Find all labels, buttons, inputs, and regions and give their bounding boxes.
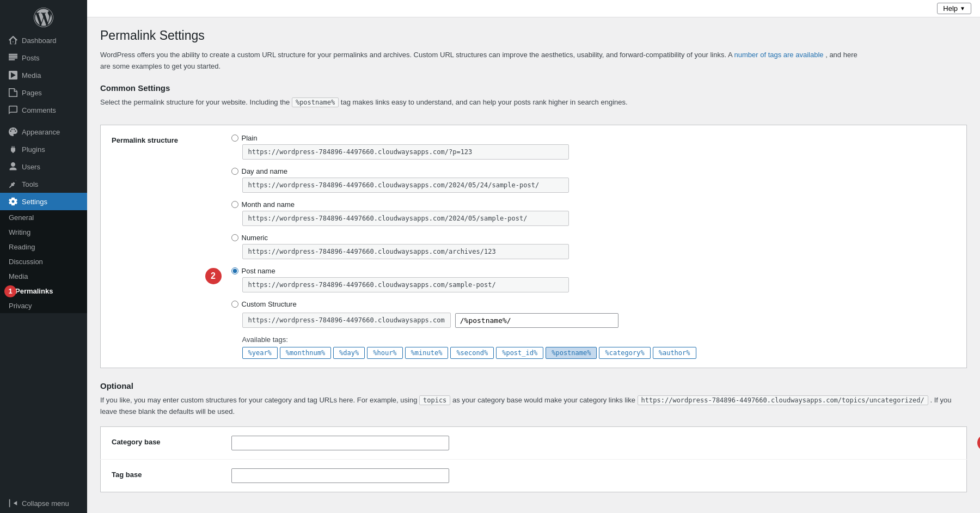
sidebar-label-appearance: Appearance	[22, 128, 60, 136]
tag-minute[interactable]: %minute%	[405, 347, 449, 359]
permalink-monthname-option: Month and name https://wordpress-784896-…	[231, 200, 956, 226]
sidebar-label-posts: Posts	[22, 54, 40, 62]
submenu-permalinks[interactable]: 1 Permalinks	[0, 284, 87, 298]
tag-day[interactable]: %day%	[333, 347, 365, 359]
permalink-monthname-url: https://wordpress-784896-4497660.cloudwa…	[242, 211, 569, 226]
custom-structure-input[interactable]	[455, 313, 618, 328]
permalink-dayname-radio[interactable]	[231, 168, 238, 175]
settings-submenu: General Writing Reading Discussion Media…	[0, 210, 87, 313]
permalink-postname-label[interactable]: Post name	[231, 267, 956, 275]
permalink-postname-option: 2 Post name https://wordpress-784896-449…	[231, 267, 956, 292]
available-tags-section: Available tags: %year% %monthnum% %day% …	[242, 335, 956, 359]
permalink-monthname-radio[interactable]	[231, 201, 238, 208]
sidebar: Dashboard Posts Media Pages Comments App…	[0, 0, 87, 513]
sidebar-item-posts[interactable]: Posts	[0, 49, 87, 66]
permalink-custom-radio[interactable]	[231, 301, 238, 308]
media-icon	[9, 71, 17, 80]
submenu-privacy[interactable]: Privacy	[0, 298, 87, 313]
permalink-plain-option: Plain https://wordpress-784896-4497660.c…	[231, 134, 956, 160]
sidebar-item-pages[interactable]: Pages	[0, 84, 87, 101]
permalink-custom-option: Custom Structure https://wordpress-78489…	[231, 300, 956, 328]
help-button[interactable]: Help ▼	[937, 3, 971, 14]
tags-list: %year% %monthnum% %day% %hour% %minute% …	[242, 347, 956, 359]
submenu-general[interactable]: General	[0, 210, 87, 225]
permalink-custom-text: Custom Structure	[242, 300, 297, 308]
submenu-media[interactable]: Media	[0, 269, 87, 284]
tag-category[interactable]: %category%	[599, 347, 650, 359]
sidebar-label-pages: Pages	[22, 89, 42, 97]
sidebar-item-plugins[interactable]: Plugins	[0, 141, 87, 158]
help-chevron-icon: ▼	[960, 5, 965, 11]
sidebar-item-comments[interactable]: Comments	[0, 101, 87, 119]
page-description-text: WordPress offers you the ability to crea…	[100, 51, 732, 59]
tag-monthnum[interactable]: %monthnum%	[280, 347, 331, 359]
common-settings-desc: Select the permalink structure for your …	[100, 97, 967, 108]
content-area: Permalink Settings WordPress offers you …	[87, 17, 980, 513]
sidebar-label-comments: Comments	[22, 106, 56, 114]
optional-desc-text: If you like, you may enter custom struct…	[100, 396, 417, 404]
tag-hour[interactable]: %hour%	[367, 347, 402, 359]
sidebar-item-tools[interactable]: Tools	[0, 175, 87, 193]
page-description: WordPress offers you the ability to crea…	[100, 50, 862, 72]
submenu-discussion[interactable]: Discussion	[0, 254, 87, 269]
permalink-plain-radio[interactable]	[231, 135, 238, 142]
tag-base-cell	[220, 459, 967, 492]
optional-form-table: Category base 3 Tag base	[100, 426, 967, 492]
tag-base-row: Tag base	[101, 459, 967, 492]
permalink-plain-label[interactable]: Plain	[231, 134, 956, 142]
category-base-row: Category base 3	[101, 426, 967, 459]
sidebar-item-dashboard[interactable]: Dashboard	[0, 32, 87, 49]
badge-3: 3	[977, 435, 980, 451]
tag-year[interactable]: %year%	[242, 347, 278, 359]
tag-second[interactable]: %second%	[450, 347, 494, 359]
permalink-numeric-label[interactable]: Numeric	[231, 234, 956, 242]
permalink-numeric-url: https://wordpress-784896-4497660.cloudwa…	[242, 244, 569, 259]
sidebar-label-users: Users	[22, 163, 40, 171]
collapse-menu-button[interactable]: Collapse menu	[0, 493, 87, 513]
sidebar-label-media: Media	[22, 71, 41, 80]
sidebar-item-users[interactable]: Users	[0, 158, 87, 175]
optional-section-title: Optional	[100, 381, 967, 390]
permalink-custom-label[interactable]: Custom Structure	[231, 300, 956, 308]
tag-base-input[interactable]	[231, 468, 449, 483]
permalink-structure-row: Permalink structure Plain https://wordpr…	[101, 125, 967, 368]
category-base-cell: 3	[220, 426, 967, 459]
sidebar-item-appearance[interactable]: Appearance	[0, 123, 87, 141]
permalink-plain-url: https://wordpress-784896-4497660.cloudwa…	[242, 144, 569, 160]
custom-structure-base-url: https://wordpress-784896-4497660.cloudwa…	[242, 313, 451, 328]
collapse-icon	[9, 499, 17, 508]
permalink-dayname-url: https://wordpress-784896-4497660.cloudwa…	[242, 178, 569, 193]
permalink-postname-radio[interactable]	[231, 267, 238, 274]
tag-base-label: Tag base	[101, 459, 220, 492]
comments-icon	[9, 106, 17, 114]
pages-icon	[9, 88, 17, 97]
permalink-numeric-radio[interactable]	[231, 234, 238, 241]
permalink-numeric-option: Numeric https://wordpress-784896-4497660…	[231, 234, 956, 259]
category-base-input[interactable]	[231, 436, 449, 450]
sidebar-item-media[interactable]: Media	[0, 66, 87, 84]
tag-author[interactable]: %author%	[653, 347, 696, 359]
appearance-icon	[9, 127, 17, 136]
optional-example-url: https://wordpress-784896-4497660.cloudwa…	[638, 395, 928, 405]
topics-tag: topics	[419, 395, 450, 405]
optional-desc-mid: as your category base would make your ca…	[452, 396, 635, 404]
submenu-writing[interactable]: Writing	[0, 225, 87, 240]
available-tags-label: Available tags:	[242, 335, 956, 344]
common-settings-title: Common Settings	[100, 83, 967, 93]
topbar: Help ▼	[87, 0, 980, 17]
postname-tag: %postname%	[292, 97, 339, 107]
sidebar-item-settings[interactable]: Settings	[0, 193, 87, 210]
permalink-dayname-option: Day and name https://wordpress-784896-44…	[231, 167, 956, 193]
tag-post-id[interactable]: %post_id%	[496, 347, 543, 359]
posts-icon	[9, 53, 17, 62]
common-desc-start: Select the permalink structure for your …	[100, 98, 290, 106]
permalink-options-cell: Plain https://wordpress-784896-4497660.c…	[220, 125, 967, 368]
tag-postname[interactable]: %postname%	[546, 347, 597, 359]
permalink-dayname-label[interactable]: Day and name	[231, 167, 956, 175]
submenu-reading[interactable]: Reading	[0, 240, 87, 254]
custom-structure-row: https://wordpress-784896-4497660.cloudwa…	[242, 313, 956, 328]
settings-icon	[9, 197, 17, 206]
tags-available-link[interactable]: number of tags are available	[734, 51, 823, 59]
permalink-monthname-label[interactable]: Month and name	[231, 200, 956, 209]
sidebar-label-settings: Settings	[22, 198, 47, 206]
